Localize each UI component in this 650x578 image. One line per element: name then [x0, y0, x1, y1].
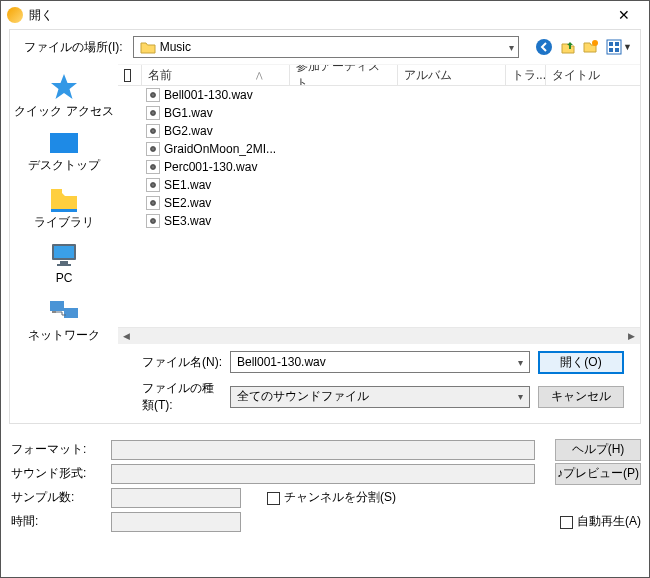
- header-track[interactable]: トラ...: [506, 65, 546, 85]
- file-row[interactable]: SE2.wav: [118, 194, 640, 212]
- audio-file-icon: [146, 196, 160, 210]
- soundtype-label: サウンド形式:: [9, 465, 105, 482]
- file-name: BG1.wav: [164, 106, 213, 120]
- scroll-left-icon[interactable]: ◀: [118, 327, 135, 344]
- desktop-icon: [47, 130, 81, 156]
- header-album[interactable]: アルバム: [398, 65, 506, 85]
- chevron-down-icon: ▾: [518, 357, 523, 368]
- file-name: SE3.wav: [164, 214, 211, 228]
- svg-rect-16: [52, 311, 56, 313]
- time-label: 時間:: [9, 513, 105, 530]
- dialog-frame: ファイルの場所(I): Music ▾ ▼ クイック アクセス デスクトップ: [9, 29, 641, 424]
- network-icon: [47, 298, 81, 326]
- sidebar-libraries[interactable]: ライブラリ: [10, 183, 118, 231]
- help-button[interactable]: ヘルプ(H): [555, 439, 641, 461]
- open-button[interactable]: 開く(O): [538, 351, 624, 374]
- location-combo[interactable]: Music ▾: [133, 36, 519, 58]
- split-checkbox[interactable]: チャンネルを分割(S): [267, 489, 396, 506]
- file-row[interactable]: SE3.wav: [118, 212, 640, 230]
- quick-access-icon: [47, 72, 81, 102]
- file-rows[interactable]: Bell001-130.wavBG1.wavBG2.wavGraidOnMoon…: [118, 86, 640, 327]
- svg-rect-8: [51, 189, 62, 194]
- svg-rect-4: [615, 42, 619, 46]
- audio-file-icon: [146, 88, 160, 102]
- back-icon[interactable]: [535, 38, 553, 56]
- sidebar-network[interactable]: ネットワーク: [10, 296, 118, 344]
- audio-file-icon: [146, 106, 160, 120]
- audio-file-icon: [146, 124, 160, 138]
- svg-rect-6: [615, 48, 619, 52]
- window-title: 開く: [29, 7, 603, 24]
- chevron-down-icon: ▾: [509, 42, 514, 53]
- file-row[interactable]: BG1.wav: [118, 104, 640, 122]
- svg-rect-9: [51, 209, 77, 212]
- svg-rect-13: [57, 264, 71, 266]
- file-name: GraidOnMoon_2MI...: [164, 142, 276, 156]
- header-title[interactable]: タイトル: [546, 65, 640, 85]
- header-name[interactable]: 名前⋀: [142, 65, 290, 85]
- svg-rect-7: [50, 133, 78, 153]
- chevron-down-icon: ▾: [518, 391, 523, 402]
- horizontal-scrollbar[interactable]: ◀ ▶: [118, 327, 640, 344]
- svg-point-0: [536, 39, 552, 55]
- location-toolbar: ファイルの場所(I): Music ▾ ▼: [10, 30, 640, 64]
- new-folder-icon[interactable]: [583, 39, 599, 55]
- current-folder: Music: [160, 40, 191, 54]
- time-value: [111, 512, 241, 532]
- samples-label: サンプル数:: [9, 489, 105, 506]
- view-mode-icon[interactable]: ▼: [606, 39, 632, 55]
- soundtype-value: [111, 464, 535, 484]
- preview-button[interactable]: ♪プレビュー(P): [555, 463, 641, 485]
- sidebar-desktop[interactable]: デスクトップ: [10, 128, 118, 174]
- sidebar-pc[interactable]: PC: [10, 239, 118, 287]
- svg-rect-12: [60, 261, 68, 264]
- pc-icon: [47, 241, 81, 269]
- audio-file-icon: [146, 214, 160, 228]
- header-artist[interactable]: 参加アーティスト: [290, 65, 398, 85]
- filename-input[interactable]: Bell001-130.wav ▾: [230, 351, 530, 373]
- audio-file-icon: [146, 142, 160, 156]
- file-name: SE1.wav: [164, 178, 211, 192]
- info-panel: フォーマット: ヘルプ(H) サウンド形式: ♪プレビュー(P) サンプル数: …: [1, 432, 649, 540]
- format-label: フォーマット:: [9, 441, 105, 458]
- sidebar-quick-access[interactable]: クイック アクセス: [10, 70, 118, 120]
- libraries-icon: [47, 185, 81, 213]
- file-row[interactable]: BG2.wav: [118, 122, 640, 140]
- scroll-right-icon[interactable]: ▶: [623, 327, 640, 344]
- svg-rect-11: [54, 246, 74, 258]
- titlebar: 開く ✕: [1, 1, 649, 29]
- browser-area: クイック アクセス デスクトップ ライブラリ PC ネットワーク 名: [10, 64, 640, 344]
- file-row[interactable]: GraidOnMoon_2MI...: [118, 140, 640, 158]
- file-list: 名前⋀ 参加アーティスト アルバム トラ... タイトル Bell001-130…: [118, 64, 640, 344]
- column-headers: 名前⋀ 参加アーティスト アルバム トラ... タイトル: [118, 64, 640, 86]
- folder-icon: [140, 40, 156, 54]
- filetype-select[interactable]: 全てのサウンドファイル ▾: [230, 386, 530, 408]
- location-label: ファイルの場所(I):: [24, 39, 127, 56]
- svg-rect-14: [50, 301, 64, 311]
- samples-value: [111, 488, 241, 508]
- cancel-button[interactable]: キャンセル: [538, 386, 624, 408]
- header-checkbox[interactable]: [118, 65, 142, 85]
- audio-file-icon: [146, 178, 160, 192]
- file-row[interactable]: SE1.wav: [118, 176, 640, 194]
- filename-label: ファイル名(N):: [138, 354, 222, 371]
- filetype-label: ファイルの種類(T):: [138, 380, 222, 414]
- svg-rect-3: [609, 42, 613, 46]
- svg-rect-5: [609, 48, 613, 52]
- places-sidebar: クイック アクセス デスクトップ ライブラリ PC ネットワーク: [10, 64, 118, 344]
- file-row[interactable]: Perc001-130.wav: [118, 158, 640, 176]
- file-name: SE2.wav: [164, 196, 211, 210]
- file-row[interactable]: Bell001-130.wav: [118, 86, 640, 104]
- audio-file-icon: [146, 160, 160, 174]
- app-icon: [7, 7, 23, 23]
- format-value: [111, 440, 535, 460]
- file-name: Perc001-130.wav: [164, 160, 257, 174]
- file-name: Bell001-130.wav: [164, 88, 253, 102]
- svg-rect-15: [64, 308, 78, 318]
- autoplay-checkbox[interactable]: 自動再生(A): [560, 513, 641, 530]
- svg-point-1: [592, 40, 598, 46]
- up-icon[interactable]: [560, 39, 576, 55]
- file-name: BG2.wav: [164, 124, 213, 138]
- close-button[interactable]: ✕: [603, 1, 645, 29]
